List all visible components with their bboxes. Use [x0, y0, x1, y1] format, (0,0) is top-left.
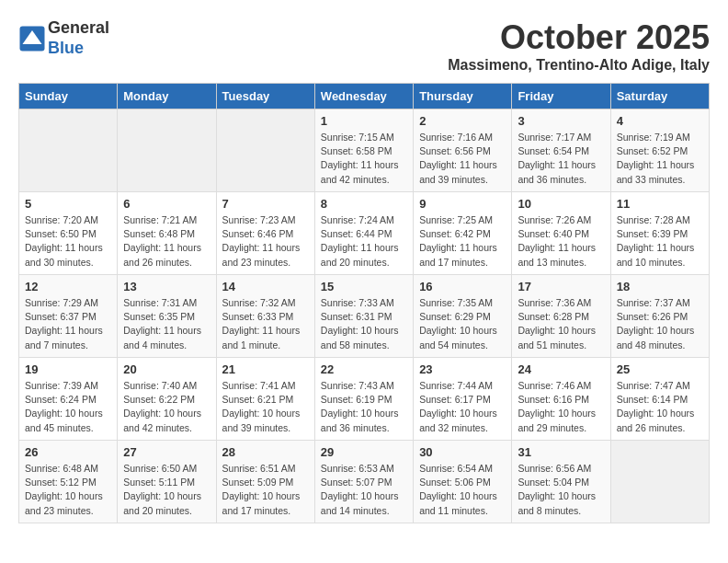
- weekday-header-saturday: Saturday: [610, 84, 709, 109]
- day-number: 24: [518, 362, 604, 376]
- day-info: Sunrise: 7:46 AM Sunset: 6:16 PM Dayligh…: [518, 379, 604, 435]
- calendar-cell: 13Sunrise: 7:31 AM Sunset: 6:35 PM Dayli…: [118, 275, 216, 358]
- logo-blue: Blue: [48, 39, 109, 59]
- calendar-table: SundayMondayTuesdayWednesdayThursdayFrid…: [18, 83, 710, 523]
- day-number: 3: [518, 114, 604, 128]
- day-info: Sunrise: 6:48 AM Sunset: 5:12 PM Dayligh…: [25, 462, 111, 518]
- day-info: Sunrise: 7:32 AM Sunset: 6:33 PM Dayligh…: [222, 296, 309, 352]
- calendar-cell: 31Sunrise: 6:56 AM Sunset: 5:04 PM Dayli…: [512, 441, 610, 523]
- calendar-cell: 3Sunrise: 7:17 AM Sunset: 6:54 PM Daylig…: [512, 109, 610, 192]
- calendar-cell: 27Sunrise: 6:50 AM Sunset: 5:11 PM Dayli…: [118, 441, 216, 523]
- weekday-header-sunday: Sunday: [19, 84, 118, 109]
- day-info: Sunrise: 7:28 AM Sunset: 6:39 PM Dayligh…: [617, 213, 703, 270]
- calendar-cell: 2Sunrise: 7:16 AM Sunset: 6:56 PM Daylig…: [414, 109, 512, 192]
- day-number: 7: [222, 197, 309, 211]
- calendar-week-1: 1Sunrise: 7:15 AM Sunset: 6:58 PM Daylig…: [19, 109, 710, 192]
- day-number: 18: [617, 280, 703, 293]
- day-number: 16: [419, 280, 506, 293]
- day-info: Sunrise: 7:21 AM Sunset: 6:48 PM Dayligh…: [123, 213, 210, 270]
- day-info: Sunrise: 7:16 AM Sunset: 6:56 PM Dayligh…: [419, 131, 506, 187]
- day-info: Sunrise: 7:25 AM Sunset: 6:42 PM Dayligh…: [419, 213, 506, 270]
- day-info: Sunrise: 6:54 AM Sunset: 5:06 PM Dayligh…: [419, 462, 506, 518]
- calendar-cell: 15Sunrise: 7:33 AM Sunset: 6:31 PM Dayli…: [314, 275, 413, 358]
- logo-general: General: [48, 18, 109, 39]
- calendar-cell: 25Sunrise: 7:47 AM Sunset: 6:14 PM Dayli…: [610, 358, 709, 441]
- page-header: General Blue October 2025 Massimeno, Tre…: [18, 18, 710, 74]
- day-number: 6: [123, 197, 210, 211]
- calendar-cell: 10Sunrise: 7:26 AM Sunset: 6:40 PM Dayli…: [512, 192, 610, 275]
- day-info: Sunrise: 7:23 AM Sunset: 6:46 PM Dayligh…: [222, 213, 309, 270]
- calendar-cell: 22Sunrise: 7:43 AM Sunset: 6:19 PM Dayli…: [314, 358, 413, 441]
- calendar-cell: [19, 109, 118, 192]
- day-info: Sunrise: 7:39 AM Sunset: 6:24 PM Dayligh…: [25, 379, 111, 435]
- day-info: Sunrise: 7:40 AM Sunset: 6:22 PM Dayligh…: [123, 379, 210, 435]
- day-number: 21: [222, 362, 309, 376]
- day-info: Sunrise: 6:50 AM Sunset: 5:11 PM Dayligh…: [123, 462, 210, 518]
- day-info: Sunrise: 7:31 AM Sunset: 6:35 PM Dayligh…: [123, 296, 210, 352]
- location-title: Massimeno, Trentino-Alto Adige, Italy: [448, 57, 710, 74]
- weekday-header-wednesday: Wednesday: [314, 84, 413, 109]
- calendar-cell: 9Sunrise: 7:25 AM Sunset: 6:42 PM Daylig…: [414, 192, 512, 275]
- weekday-header-monday: Monday: [118, 84, 216, 109]
- day-info: Sunrise: 7:24 AM Sunset: 6:44 PM Dayligh…: [321, 213, 407, 270]
- day-number: 15: [321, 280, 407, 293]
- weekday-header-thursday: Thursday: [414, 84, 512, 109]
- day-info: Sunrise: 7:47 AM Sunset: 6:14 PM Dayligh…: [617, 379, 703, 435]
- calendar-cell: 20Sunrise: 7:40 AM Sunset: 6:22 PM Dayli…: [118, 358, 216, 441]
- day-info: Sunrise: 7:29 AM Sunset: 6:37 PM Dayligh…: [25, 296, 111, 352]
- day-number: 11: [617, 197, 703, 211]
- calendar-cell: 12Sunrise: 7:29 AM Sunset: 6:37 PM Dayli…: [19, 275, 118, 358]
- day-number: 22: [321, 362, 407, 376]
- calendar-cell: 16Sunrise: 7:35 AM Sunset: 6:29 PM Dayli…: [414, 275, 512, 358]
- day-info: Sunrise: 7:26 AM Sunset: 6:40 PM Dayligh…: [518, 213, 604, 270]
- calendar-cell: 30Sunrise: 6:54 AM Sunset: 5:06 PM Dayli…: [414, 441, 512, 523]
- day-number: 2: [419, 114, 506, 128]
- day-number: 25: [617, 362, 703, 376]
- calendar-cell: [216, 109, 314, 192]
- calendar-cell: 8Sunrise: 7:24 AM Sunset: 6:44 PM Daylig…: [314, 192, 413, 275]
- day-number: 28: [222, 445, 309, 459]
- day-number: 12: [25, 280, 111, 293]
- calendar-cell: 4Sunrise: 7:19 AM Sunset: 6:52 PM Daylig…: [610, 109, 709, 192]
- day-info: Sunrise: 7:17 AM Sunset: 6:54 PM Dayligh…: [518, 131, 604, 187]
- day-number: 13: [123, 280, 210, 293]
- calendar-cell: 29Sunrise: 6:53 AM Sunset: 5:07 PM Dayli…: [314, 441, 413, 523]
- day-info: Sunrise: 7:41 AM Sunset: 6:21 PM Dayligh…: [222, 379, 309, 435]
- calendar-week-3: 12Sunrise: 7:29 AM Sunset: 6:37 PM Dayli…: [19, 275, 710, 358]
- calendar-cell: 6Sunrise: 7:21 AM Sunset: 6:48 PM Daylig…: [118, 192, 216, 275]
- calendar-cell: 17Sunrise: 7:36 AM Sunset: 6:28 PM Dayli…: [512, 275, 610, 358]
- day-number: 27: [123, 445, 210, 459]
- weekday-header-friday: Friday: [512, 84, 610, 109]
- day-info: Sunrise: 6:53 AM Sunset: 5:07 PM Dayligh…: [321, 462, 407, 518]
- day-info: Sunrise: 7:15 AM Sunset: 6:58 PM Dayligh…: [321, 131, 407, 187]
- day-info: Sunrise: 7:36 AM Sunset: 6:28 PM Dayligh…: [518, 296, 604, 352]
- day-number: 4: [617, 114, 703, 128]
- day-number: 29: [321, 445, 407, 459]
- day-info: Sunrise: 7:20 AM Sunset: 6:50 PM Dayligh…: [25, 213, 111, 270]
- calendar-cell: 14Sunrise: 7:32 AM Sunset: 6:33 PM Dayli…: [216, 275, 314, 358]
- calendar-cell: 19Sunrise: 7:39 AM Sunset: 6:24 PM Dayli…: [19, 358, 118, 441]
- calendar-week-5: 26Sunrise: 6:48 AM Sunset: 5:12 PM Dayli…: [19, 441, 710, 523]
- logo-icon: [18, 25, 46, 52]
- day-info: Sunrise: 6:51 AM Sunset: 5:09 PM Dayligh…: [222, 462, 309, 518]
- month-title: October 2025: [448, 18, 710, 57]
- day-number: 26: [25, 445, 111, 459]
- calendar-cell: 1Sunrise: 7:15 AM Sunset: 6:58 PM Daylig…: [314, 109, 413, 192]
- day-info: Sunrise: 6:56 AM Sunset: 5:04 PM Dayligh…: [518, 462, 604, 518]
- day-info: Sunrise: 7:37 AM Sunset: 6:26 PM Dayligh…: [617, 296, 703, 352]
- title-block: October 2025 Massimeno, Trentino-Alto Ad…: [448, 18, 710, 74]
- day-info: Sunrise: 7:44 AM Sunset: 6:17 PM Dayligh…: [419, 379, 506, 435]
- day-info: Sunrise: 7:43 AM Sunset: 6:19 PM Dayligh…: [321, 379, 407, 435]
- calendar-cell: 18Sunrise: 7:37 AM Sunset: 6:26 PM Dayli…: [610, 275, 709, 358]
- day-number: 9: [419, 197, 506, 211]
- calendar-cell: 28Sunrise: 6:51 AM Sunset: 5:09 PM Dayli…: [216, 441, 314, 523]
- calendar-week-2: 5Sunrise: 7:20 AM Sunset: 6:50 PM Daylig…: [19, 192, 710, 275]
- calendar-cell: [610, 441, 709, 523]
- calendar-cell: 24Sunrise: 7:46 AM Sunset: 6:16 PM Dayli…: [512, 358, 610, 441]
- day-number: 10: [518, 197, 604, 211]
- calendar-week-4: 19Sunrise: 7:39 AM Sunset: 6:24 PM Dayli…: [19, 358, 710, 441]
- day-number: 5: [25, 197, 111, 211]
- day-info: Sunrise: 7:35 AM Sunset: 6:29 PM Dayligh…: [419, 296, 506, 352]
- day-number: 19: [25, 362, 111, 376]
- day-number: 30: [419, 445, 506, 459]
